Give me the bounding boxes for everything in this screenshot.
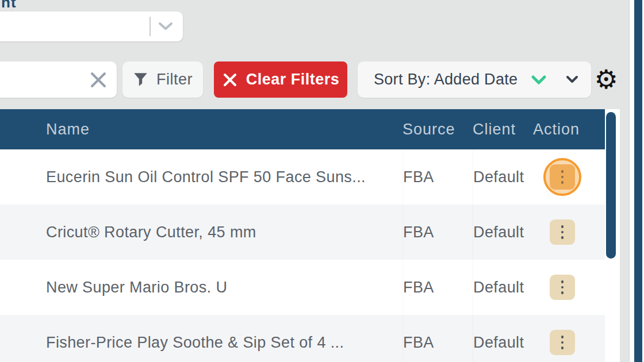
kebab-menu-icon xyxy=(561,170,564,173)
product-client: Default xyxy=(473,149,545,205)
action-cell xyxy=(545,315,603,362)
action-cell xyxy=(545,149,603,205)
action-cell xyxy=(545,260,603,315)
product-source: FBA xyxy=(402,260,473,315)
table-row[interactable]: Fisher-Price Play Soothe & Sip Set of 4 … xyxy=(0,315,605,362)
search-input[interactable] xyxy=(0,61,117,98)
product-name: Eucerin Sun Oil Control SPF 50 Face Suns… xyxy=(0,168,402,186)
products-table: Name Source Client Action Eucerin Sun Oi… xyxy=(0,109,605,362)
sort-direction-chevron-icon[interactable] xyxy=(530,74,547,86)
filter-button[interactable]: Filter xyxy=(122,61,203,98)
product-name: Fisher-Price Play Soothe & Sip Set of 4 … xyxy=(0,334,402,352)
kebab-menu-icon xyxy=(561,225,564,228)
row-actions-kebab-button[interactable] xyxy=(550,219,575,245)
table-row[interactable]: Cricut® Rotary Cutter, 45 mm FBA Default xyxy=(0,205,605,260)
column-header-action: Action xyxy=(533,121,605,138)
product-client: Default xyxy=(473,315,545,362)
client-select-dropdown[interactable] xyxy=(0,11,183,41)
table-row[interactable]: Eucerin Sun Oil Control SPF 50 Face Suns… xyxy=(0,149,605,205)
row-actions-kebab-button[interactable] xyxy=(550,164,575,190)
product-source: FBA xyxy=(402,315,473,362)
product-client: Default xyxy=(473,260,545,315)
sort-dropdown-chevron-icon[interactable] xyxy=(566,75,578,84)
right-edge-bar xyxy=(634,0,642,362)
filter-funnel-icon xyxy=(133,72,148,87)
clear-filters-x-icon xyxy=(222,72,238,88)
kebab-menu-icon xyxy=(561,336,564,338)
product-source: FBA xyxy=(402,205,473,260)
kebab-menu-icon xyxy=(561,280,564,283)
filter-button-label: Filter xyxy=(156,71,193,88)
column-header-client: Client xyxy=(473,121,533,138)
column-header-source: Source xyxy=(402,121,473,138)
chevron-down-icon[interactable] xyxy=(158,21,174,32)
product-list-page: nt Filter xyxy=(0,0,644,362)
clear-filters-button[interactable]: Clear Filters xyxy=(214,61,347,98)
action-cell xyxy=(545,205,603,260)
table-header-row: Name Source Client Action xyxy=(0,109,605,149)
row-actions-kebab-button[interactable] xyxy=(550,275,575,300)
product-name: New Super Mario Bros. U xyxy=(0,279,402,296)
table-row[interactable]: New Super Mario Bros. U FBA Default xyxy=(0,260,605,315)
dropdown-divider xyxy=(150,17,151,36)
clipped-field-label: nt xyxy=(1,0,17,11)
sort-by-dropdown[interactable]: Sort By: Added Date xyxy=(358,61,591,98)
right-gutter xyxy=(630,0,634,362)
clear-filters-label: Clear Filters xyxy=(246,71,340,88)
table-scrollbar-thumb[interactable] xyxy=(606,112,616,259)
table-scrollbar-track xyxy=(605,109,620,362)
product-name: Cricut® Rotary Cutter, 45 mm xyxy=(0,224,402,241)
product-source: FBA xyxy=(402,149,473,205)
sort-by-label: Sort By: Added Date xyxy=(374,71,522,88)
settings-gear-icon[interactable]: ⚙ xyxy=(593,61,619,98)
clear-search-icon[interactable] xyxy=(89,71,108,89)
row-actions-kebab-button[interactable] xyxy=(550,330,575,355)
column-header-name: Name xyxy=(0,121,402,138)
product-client: Default xyxy=(473,205,545,260)
